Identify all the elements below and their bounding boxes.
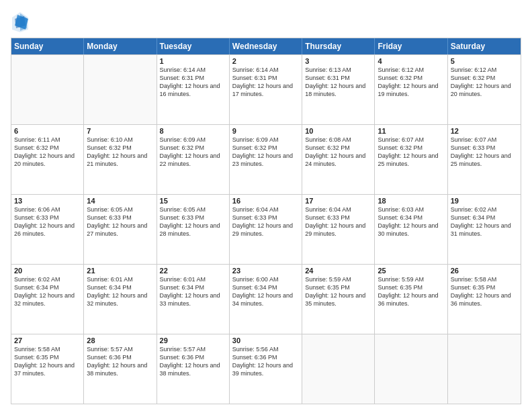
day-number: 15 [160,197,226,205]
day-number: 28 [87,336,153,345]
day-info: Sunrise: 5:58 AM Sunset: 6:35 PM Dayligh… [14,345,81,378]
day-number: 20 [14,267,81,275]
day-info: Sunrise: 5:57 AM Sunset: 6:36 PM Dayligh… [87,345,153,378]
calendar-cell-29: 29Sunrise: 5:57 AM Sunset: 6:36 PM Dayli… [157,334,230,404]
day-info: Sunrise: 5:57 AM Sunset: 6:36 PM Dayligh… [160,345,226,378]
day-number: 23 [232,267,299,275]
day-number: 29 [160,336,226,345]
calendar-cell-empty-0-0 [11,55,84,124]
calendar-cell-13: 13Sunrise: 6:06 AM Sunset: 6:33 PM Dayli… [11,195,84,264]
day-number: 7 [87,127,153,135]
calendar-week-1: 1Sunrise: 6:14 AM Sunset: 6:31 PM Daylig… [11,54,521,124]
day-info: Sunrise: 6:01 AM Sunset: 6:34 PM Dayligh… [160,275,226,308]
day-number: 19 [451,197,518,205]
calendar-cell-14: 14Sunrise: 6:05 AM Sunset: 6:33 PM Dayli… [84,195,157,264]
calendar-cell-28: 28Sunrise: 5:57 AM Sunset: 6:36 PM Dayli… [84,334,157,404]
calendar-cell-12: 12Sunrise: 6:07 AM Sunset: 6:33 PM Dayli… [448,125,521,194]
calendar-cell-18: 18Sunrise: 6:03 AM Sunset: 6:34 PM Dayli… [375,195,447,264]
day-info: Sunrise: 6:09 AM Sunset: 6:32 PM Dayligh… [232,136,299,169]
day-number: 10 [305,127,371,135]
calendar-cell-26: 26Sunrise: 5:58 AM Sunset: 6:35 PM Dayli… [448,265,521,334]
calendar-cell-empty-0-1 [84,55,157,124]
day-number: 1 [160,57,226,65]
calendar-cell-16: 16Sunrise: 6:04 AM Sunset: 6:33 PM Dayli… [230,195,302,264]
calendar-cell-8: 8Sunrise: 6:09 AM Sunset: 6:32 PM Daylig… [157,125,230,194]
calendar-cell-22: 22Sunrise: 6:01 AM Sunset: 6:34 PM Dayli… [157,265,230,334]
calendar-body: 1Sunrise: 6:14 AM Sunset: 6:31 PM Daylig… [11,54,521,404]
day-info: Sunrise: 6:02 AM Sunset: 6:34 PM Dayligh… [14,275,81,308]
calendar-cell-11: 11Sunrise: 6:07 AM Sunset: 6:32 PM Dayli… [375,125,447,194]
day-info: Sunrise: 6:11 AM Sunset: 6:32 PM Dayligh… [14,136,81,169]
day-number: 8 [160,127,226,135]
day-number: 26 [451,267,518,275]
day-info: Sunrise: 6:06 AM Sunset: 6:33 PM Dayligh… [14,205,81,238]
day-number: 14 [87,197,153,205]
day-number: 17 [305,197,371,205]
day-info: Sunrise: 6:03 AM Sunset: 6:34 PM Dayligh… [378,205,444,238]
calendar-cell-6: 6Sunrise: 6:11 AM Sunset: 6:32 PM Daylig… [11,125,84,194]
day-header-thursday: Thursday [302,38,375,54]
day-info: Sunrise: 6:04 AM Sunset: 6:33 PM Dayligh… [232,205,299,238]
day-info: Sunrise: 6:13 AM Sunset: 6:31 PM Dayligh… [305,66,371,99]
day-header-friday: Friday [375,38,447,54]
calendar-cell-7: 7Sunrise: 6:10 AM Sunset: 6:32 PM Daylig… [84,125,157,194]
day-number: 13 [14,197,81,205]
day-info: Sunrise: 6:05 AM Sunset: 6:33 PM Dayligh… [87,205,153,238]
calendar-cell-empty-4-4 [302,334,375,404]
day-info: Sunrise: 6:07 AM Sunset: 6:32 PM Dayligh… [378,136,444,169]
day-number: 2 [232,57,299,65]
calendar-cell-5: 5Sunrise: 6:12 AM Sunset: 6:32 PM Daylig… [448,55,521,124]
calendar-cell-4: 4Sunrise: 6:12 AM Sunset: 6:32 PM Daylig… [375,55,447,124]
calendar-cell-19: 19Sunrise: 6:02 AM Sunset: 6:34 PM Dayli… [448,195,521,264]
calendar-cell-21: 21Sunrise: 6:01 AM Sunset: 6:34 PM Dayli… [84,265,157,334]
day-info: Sunrise: 6:08 AM Sunset: 6:32 PM Dayligh… [305,136,371,169]
day-info: Sunrise: 6:00 AM Sunset: 6:34 PM Dayligh… [232,275,299,308]
day-info: Sunrise: 5:56 AM Sunset: 6:36 PM Dayligh… [232,345,299,378]
day-number: 21 [87,267,153,275]
calendar-cell-9: 9Sunrise: 6:09 AM Sunset: 6:32 PM Daylig… [230,125,302,194]
day-number: 4 [378,57,444,65]
calendar-week-2: 6Sunrise: 6:11 AM Sunset: 6:32 PM Daylig… [11,124,521,194]
day-info: Sunrise: 6:12 AM Sunset: 6:32 PM Dayligh… [451,66,518,99]
day-number: 12 [451,127,518,135]
day-number: 3 [305,57,371,65]
day-info: Sunrise: 6:07 AM Sunset: 6:33 PM Dayligh… [451,136,518,169]
calendar-cell-25: 25Sunrise: 5:59 AM Sunset: 6:35 PM Dayli… [375,265,447,334]
day-number: 5 [451,57,518,65]
calendar: SundayMondayTuesdayWednesdayThursdayFrid… [11,38,521,404]
calendar-cell-10: 10Sunrise: 6:08 AM Sunset: 6:32 PM Dayli… [302,125,375,194]
calendar-week-3: 13Sunrise: 6:06 AM Sunset: 6:33 PM Dayli… [11,194,521,264]
day-number: 22 [160,267,226,275]
day-info: Sunrise: 6:14 AM Sunset: 6:31 PM Dayligh… [232,66,299,99]
page-header [11,11,521,32]
calendar-header: SundayMondayTuesdayWednesdayThursdayFrid… [11,38,521,54]
calendar-cell-27: 27Sunrise: 5:58 AM Sunset: 6:35 PM Dayli… [11,334,84,404]
calendar-cell-empty-4-5 [375,334,447,404]
day-number: 24 [305,267,371,275]
day-info: Sunrise: 6:12 AM Sunset: 6:32 PM Dayligh… [378,66,444,99]
day-info: Sunrise: 5:59 AM Sunset: 6:35 PM Dayligh… [305,275,371,308]
day-info: Sunrise: 5:59 AM Sunset: 6:35 PM Dayligh… [378,275,444,308]
calendar-cell-2: 2Sunrise: 6:14 AM Sunset: 6:31 PM Daylig… [230,55,302,124]
day-header-tuesday: Tuesday [157,38,230,54]
day-info: Sunrise: 6:09 AM Sunset: 6:32 PM Dayligh… [160,136,226,169]
calendar-cell-1: 1Sunrise: 6:14 AM Sunset: 6:31 PM Daylig… [157,55,230,124]
day-header-sunday: Sunday [11,38,84,54]
calendar-cell-empty-4-6 [448,334,521,404]
day-info: Sunrise: 6:04 AM Sunset: 6:33 PM Dayligh… [305,205,371,238]
calendar-cell-20: 20Sunrise: 6:02 AM Sunset: 6:34 PM Dayli… [11,265,84,334]
day-info: Sunrise: 6:10 AM Sunset: 6:32 PM Dayligh… [87,136,153,169]
day-number: 16 [232,197,299,205]
day-number: 6 [14,127,81,135]
day-info: Sunrise: 5:58 AM Sunset: 6:35 PM Dayligh… [451,275,518,308]
calendar-cell-30: 30Sunrise: 5:56 AM Sunset: 6:36 PM Dayli… [230,334,302,404]
day-header-monday: Monday [84,38,157,54]
day-number: 9 [232,127,299,135]
calendar-week-4: 20Sunrise: 6:02 AM Sunset: 6:34 PM Dayli… [11,264,521,334]
calendar-cell-17: 17Sunrise: 6:04 AM Sunset: 6:33 PM Dayli… [302,195,375,264]
day-number: 30 [232,336,299,345]
logo [11,11,32,32]
day-header-saturday: Saturday [448,38,521,54]
day-number: 27 [14,336,81,345]
day-number: 11 [378,127,444,135]
